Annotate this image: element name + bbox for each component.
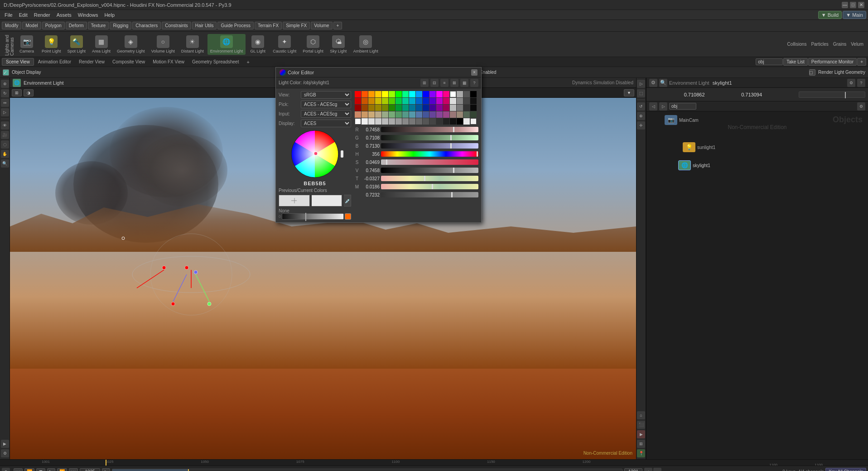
pcell-r3[interactable] [368, 91, 375, 97]
build-dropdown[interactable]: ▼ Build [818, 11, 842, 19]
portal-light-tool[interactable]: ⬡ Portal Light [300, 34, 326, 55]
resolution-icon[interactable]: ⊞ [637, 440, 645, 448]
volume-btn[interactable]: Volume [311, 22, 332, 29]
model-btn[interactable]: Model [22, 22, 41, 29]
pcell-r17[interactable] [463, 91, 470, 97]
view-select[interactable]: sRGB [301, 91, 351, 99]
main-dropdown[interactable]: ▼ Main [843, 11, 866, 19]
key-all-channels-btn[interactable]: Key All Channels [825, 468, 866, 471]
search-icon[interactable]: 🔍 [659, 79, 667, 87]
render-btn-icon[interactable]: ▶ [637, 430, 645, 438]
node-nav-fwd-icon[interactable]: ▷ [659, 102, 667, 111]
caustic-light-tool[interactable]: ✦ Caustic Light [270, 34, 299, 55]
animation-editor-tab[interactable]: Animation Editor [34, 58, 75, 65]
pcell2-6[interactable] [389, 98, 395, 104]
viewport-menu-btn[interactable]: ▼ [624, 89, 634, 96]
pcell4-17[interactable] [463, 111, 470, 118]
deform-btn[interactable]: Deform [66, 22, 87, 29]
maximize-button[interactable]: □ [850, 2, 856, 8]
pcell4-14[interactable] [443, 111, 449, 118]
render-icon[interactable]: ▶ [1, 440, 9, 448]
pcell3-3[interactable] [368, 105, 375, 111]
dolly-icon[interactable]: ⊕ [637, 112, 645, 120]
frame-jump-btn[interactable]: ⊳ [102, 468, 110, 471]
view-icon[interactable]: 👁 [1, 121, 9, 130]
pcell-r15[interactable] [450, 91, 456, 97]
end-frame-input[interactable] [624, 468, 642, 471]
pcell5-13[interactable] [436, 118, 443, 125]
track-icon[interactable]: ✛ [637, 121, 645, 130]
ce-bars-icon[interactable]: ≡ [440, 79, 448, 87]
persp-view-btn[interactable]: ⊞ [12, 89, 22, 96]
settings-panel-icon[interactable]: ⚙ [847, 79, 855, 87]
add-view-btn[interactable]: + [243, 58, 253, 66]
shading-btn[interactable]: ◑ [24, 89, 34, 96]
pcell3-14[interactable] [443, 105, 449, 111]
pcell5-16[interactable] [457, 118, 463, 125]
select-tool-icon[interactable]: ▷ [637, 80, 645, 88]
stop-btn[interactable]: ⏹ [36, 468, 45, 471]
scene-view-tab[interactable]: Scene View [2, 58, 34, 66]
ce-table-icon[interactable]: ⊠ [450, 79, 458, 87]
camera-nav-icon[interactable]: 🎥 [1, 131, 9, 139]
ambient-light-tool[interactable]: ◎ Ambient Light [351, 34, 381, 55]
pcell2-10[interactable] [416, 98, 422, 104]
pcell4-12[interactable] [429, 111, 436, 118]
node-nav-back-icon[interactable]: ◁ [649, 102, 657, 111]
select-icon[interactable]: ▷ [1, 108, 9, 116]
help-icon[interactable]: ? [857, 79, 865, 87]
box-select-icon[interactable]: ⬚ [637, 89, 645, 97]
orbit-icon[interactable]: ↺ [637, 102, 645, 111]
pcell4-4[interactable] [375, 111, 381, 118]
param-slider-bar[interactable] [799, 91, 865, 98]
pcell2-18[interactable] [470, 98, 477, 104]
add-panel-btn[interactable]: + [857, 58, 866, 66]
pcell2-8[interactable] [402, 98, 409, 104]
pcell-r8[interactable] [402, 91, 409, 97]
pcell3-9[interactable] [409, 105, 415, 111]
ce-grid3-icon[interactable]: ⊟ [430, 79, 439, 87]
input-select[interactable]: ACES - ACEScg [301, 110, 351, 118]
menu-help[interactable]: Help [101, 11, 117, 19]
pcell3-16[interactable] [457, 105, 463, 111]
pcell3-1[interactable] [355, 105, 361, 111]
take-list-btn[interactable]: Take List [783, 58, 807, 66]
gradient-bar[interactable] [282, 213, 344, 220]
pcell3-7[interactable] [395, 105, 402, 111]
transform-icon[interactable]: ⊕ [1, 80, 9, 88]
characters-btn[interactable]: Characters [132, 22, 161, 29]
node-graph-settings-icon[interactable]: ⚙ [857, 102, 865, 111]
pin-icon[interactable]: 📍 [637, 449, 645, 457]
pcell5-1[interactable] [355, 118, 361, 125]
pcell-r6[interactable] [389, 91, 395, 97]
menu-render[interactable]: Render [31, 11, 53, 19]
last-slider[interactable] [381, 192, 478, 197]
sunlight-node[interactable]: 💡 sunlight1 [683, 142, 715, 152]
scale-icon[interactable]: ⇔ [1, 99, 9, 107]
pcell-r4[interactable] [375, 91, 381, 97]
pcell5-5[interactable] [382, 118, 388, 125]
pcell5-12[interactable] [429, 118, 436, 125]
pcell3-4[interactable] [375, 105, 381, 111]
pcell3-11[interactable] [423, 105, 429, 111]
snapshot-icon[interactable]: ⬛ [637, 421, 645, 429]
pcell5-4[interactable] [375, 118, 381, 125]
volume-light-tool[interactable]: ○ Volume Light [149, 34, 178, 55]
timeline-scrubber[interactable] [112, 469, 622, 471]
pcell3-2[interactable] [362, 105, 368, 111]
pcell2-11[interactable] [423, 98, 429, 104]
curr-color-swatch[interactable] [312, 195, 342, 207]
pcell-r18[interactable] [470, 91, 477, 97]
pcell2-12[interactable] [429, 98, 436, 104]
ce-help-icon[interactable]: ? [470, 79, 478, 87]
pcell-r12[interactable] [429, 91, 436, 97]
pcell4-2[interactable] [362, 111, 368, 118]
pcell4-1[interactable] [355, 111, 361, 118]
pcell-r5[interactable] [382, 91, 388, 97]
pcell4-5[interactable] [382, 111, 388, 118]
pcell5-8[interactable] [402, 118, 409, 125]
pcell-r2[interactable] [362, 91, 368, 97]
pcell-r1[interactable] [355, 91, 361, 97]
terrain-fx-btn[interactable]: Terrain FX [255, 22, 282, 29]
gear-icon[interactable]: ⚙ [649, 79, 657, 87]
